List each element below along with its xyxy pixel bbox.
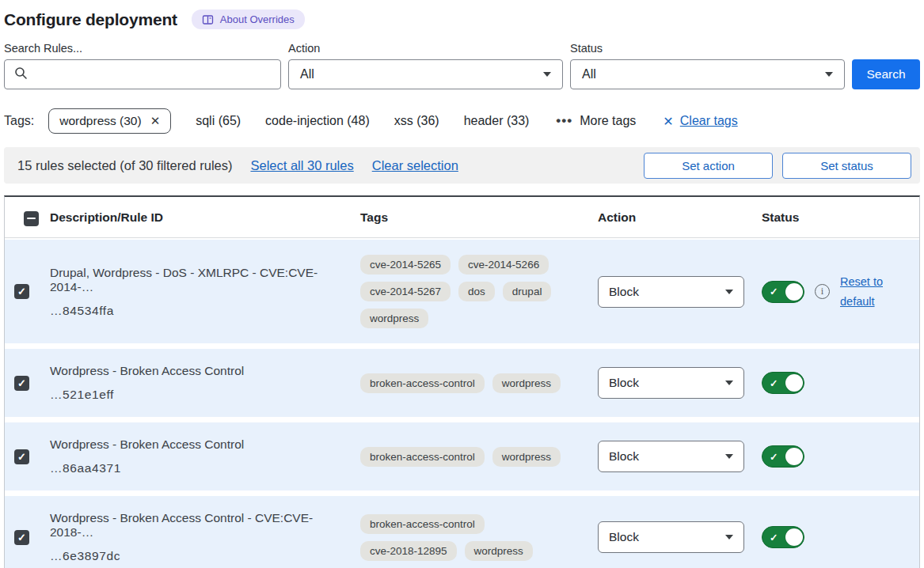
search-rules-label: Search Rules...: [4, 42, 281, 55]
tag-pill: wordpress: [492, 447, 561, 467]
indeterminate-icon: [27, 218, 36, 220]
more-tags-label: More tags: [580, 114, 636, 128]
check-icon: ✓: [770, 451, 778, 463]
rules-table: Description/Rule ID Tags Action Status ✓…: [4, 195, 920, 568]
tag-pill: wordpress: [492, 373, 561, 393]
action-filter-value: All: [300, 67, 314, 81]
ellipsis-icon: •••: [556, 113, 572, 129]
status-filter-select[interactable]: All: [570, 59, 845, 89]
book-icon: [202, 14, 214, 25]
page-header: Configure deployment About Overrides: [4, 9, 920, 29]
more-tags-button[interactable]: ••• More tags: [556, 113, 636, 129]
action-select[interactable]: Block: [598, 441, 744, 472]
set-status-button[interactable]: Set status: [782, 153, 911, 179]
action-filter-select[interactable]: All: [288, 59, 563, 89]
row-checkbox[interactable]: ✓: [14, 376, 29, 391]
tags-label: Tags:: [4, 114, 34, 128]
select-all-rules-link[interactable]: Select all 30 rules: [250, 158, 353, 173]
status-toggle[interactable]: ✓: [762, 372, 804, 394]
table-row: ✓ Wordpress - Broken Access Control - CV…: [5, 496, 919, 568]
table-row: ✓ Wordpress - Broken Access Control …521…: [5, 349, 919, 417]
action-select[interactable]: Block: [598, 367, 744, 399]
page-title: Configure deployment: [4, 10, 177, 29]
action-select-value: Block: [609, 285, 639, 299]
toggle-knob: [785, 448, 803, 465]
reset-to-default-link[interactable]: Reset to default: [840, 272, 891, 311]
tag-option-code-injection[interactable]: code-injection (48): [265, 114, 370, 128]
rule-id: …521e1eff: [50, 388, 343, 402]
row-checkbox[interactable]: ✓: [14, 530, 29, 545]
chevron-down-icon: [825, 72, 833, 77]
action-select[interactable]: Block: [598, 276, 744, 308]
selected-tag-wordpress[interactable]: wordpress (30) ✕: [48, 108, 171, 134]
about-overrides-label: About Overrides: [220, 13, 295, 25]
rule-description: Wordpress - Broken Access Control: [50, 364, 343, 378]
status-toggle[interactable]: ✓: [762, 281, 804, 303]
status-filter-label: Status: [570, 42, 845, 55]
action-select[interactable]: Block: [598, 521, 744, 553]
search-button[interactable]: Search: [852, 59, 920, 89]
action-filter-field: Action All: [288, 42, 563, 89]
tag-pill: wordpress: [465, 541, 533, 561]
select-all-checkbox[interactable]: [24, 211, 39, 226]
action-select-value: Block: [609, 376, 639, 390]
check-icon: ✓: [770, 377, 778, 389]
column-header-tags: Tags: [360, 210, 598, 225]
rule-tags: broken-access-controlcve-2018-12895wordp…: [360, 514, 598, 561]
rule-description: Wordpress - Broken Access Control - CVE:…: [50, 511, 343, 540]
selection-bar: 15 rules selected (of 30 filtered rules)…: [4, 147, 920, 184]
row-checkbox[interactable]: ✓: [14, 284, 29, 299]
tag-pill: cve-2014-5267: [360, 282, 451, 301]
clear-tags-label: Clear tags: [680, 114, 738, 128]
check-icon: ✓: [17, 286, 26, 297]
check-icon: ✓: [17, 452, 26, 462]
table-header-row: Description/Rule ID Tags Action Status: [5, 197, 919, 238]
status-toggle[interactable]: ✓: [762, 445, 804, 468]
search-rules-input[interactable]: [35, 60, 271, 89]
tag-option-xss[interactable]: xss (36): [394, 114, 439, 128]
check-icon: ✓: [770, 532, 778, 543]
toggle-knob: [785, 283, 803, 301]
check-icon: ✓: [17, 532, 26, 543]
clear-tags-icon: ✕: [663, 114, 673, 129]
status-filter-field: Status All: [570, 42, 845, 89]
about-overrides-badge[interactable]: About Overrides: [192, 9, 305, 29]
chevron-down-icon: [725, 290, 733, 294]
table-row: ✓ Drupal, Wordpress - DoS - XMLRPC - CVE…: [5, 240, 919, 343]
tag-pill: broken-access-control: [360, 447, 485, 467]
tag-option-header[interactable]: header (33): [464, 114, 530, 128]
rule-description: Wordpress - Broken Access Control: [50, 437, 343, 452]
action-filter-label: Action: [288, 42, 563, 55]
selection-summary: 15 rules selected (of 30 filtered rules): [17, 158, 232, 173]
set-action-button[interactable]: Set action: [644, 153, 773, 179]
info-icon[interactable]: i: [815, 284, 830, 299]
tag-pill: cve-2014-5266: [458, 255, 549, 275]
tag-pill: dos: [458, 282, 495, 301]
tag-pill: broken-access-control: [360, 373, 485, 393]
rule-tags: cve-2014-5265cve-2014-5266cve-2014-5267d…: [360, 255, 598, 328]
search-rules-box: [4, 59, 281, 89]
column-header-action: Action: [598, 210, 762, 225]
row-checkbox[interactable]: ✓: [14, 449, 29, 464]
chevron-down-icon: [725, 381, 733, 385]
chevron-down-icon: [543, 72, 551, 77]
tag-pill: drupal: [503, 282, 552, 301]
column-header-status: Status: [762, 210, 919, 225]
table-row: ✓ Wordpress - Broken Access Control …86a…: [5, 422, 919, 490]
column-header-description: Description/Rule ID: [45, 210, 360, 225]
clear-tags-link[interactable]: ✕ Clear tags: [663, 114, 737, 129]
tag-option-sqli[interactable]: sqli (65): [196, 114, 241, 128]
chevron-down-icon: [725, 454, 733, 459]
action-select-value: Block: [609, 449, 639, 464]
action-select-value: Block: [609, 530, 639, 544]
status-toggle[interactable]: ✓: [762, 526, 804, 548]
tag-pill: cve-2018-12895: [360, 541, 457, 561]
check-icon: ✓: [17, 378, 26, 388]
clear-selection-link[interactable]: Clear selection: [372, 158, 458, 173]
rule-tags: broken-access-controlwordpress: [360, 373, 598, 393]
configure-deployment-page: Configure deployment About Overrides Sea…: [0, 0, 924, 568]
tag-pill: cve-2014-5265: [360, 255, 451, 275]
rule-tags: broken-access-controlwordpress: [360, 447, 598, 467]
remove-tag-icon[interactable]: ✕: [150, 114, 161, 128]
tag-pill: broken-access-control: [360, 514, 485, 534]
